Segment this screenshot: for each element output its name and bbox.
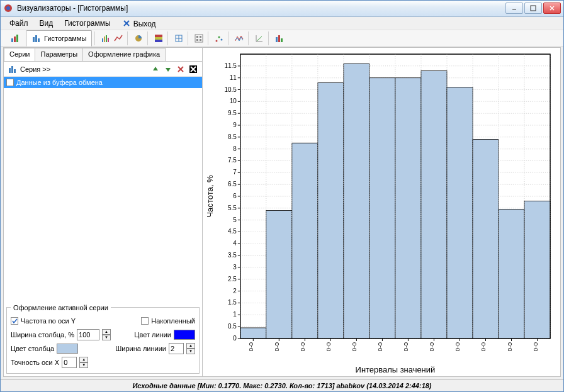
line-width-input[interactable] (169, 343, 184, 354)
svg-rect-37 (278, 35, 280, 42)
svg-rect-13 (38, 38, 40, 42)
maximize-button[interactable] (524, 3, 542, 14)
menu-histograms[interactable]: Гистограммы (59, 18, 115, 29)
toolbar-tab-histograms[interactable]: Гистограммы (26, 30, 92, 47)
svg-text:2: 2 (233, 288, 237, 294)
svg-text:0.5: 0.5 (228, 323, 237, 330)
tool-icon-3[interactable] (132, 32, 145, 45)
svg-text:0-0: 0-0 (273, 342, 280, 352)
separator (188, 31, 190, 45)
separator (228, 31, 230, 45)
tool-icon-9[interactable] (253, 32, 266, 45)
svg-rect-29 (200, 39, 201, 41)
tool-icon-6[interactable] (193, 32, 205, 45)
list-item[interactable]: Данные из буфера обмена (4, 77, 202, 88)
svg-text:3: 3 (233, 264, 237, 271)
line-width-spinner[interactable]: ▲▼ (186, 343, 195, 354)
window-title: Визуализаторы - [Гистограммы] (17, 4, 505, 13)
accum-checkbox[interactable] (141, 317, 149, 325)
x-prec-input[interactable] (62, 357, 77, 368)
tab-params[interactable]: Параметры (35, 48, 83, 61)
svg-rect-9 (14, 36, 16, 42)
svg-rect-142 (524, 201, 550, 339)
app-icon (3, 3, 13, 13)
clear-icon[interactable] (188, 64, 198, 74)
line-color-label: Цвет линии (134, 331, 171, 339)
tab-label: Гистограммы (44, 35, 86, 42)
accum-label: Накопленный (151, 317, 195, 325)
tool-icon-7[interactable] (213, 32, 225, 45)
bar-color-label: Цвет столбца (11, 345, 54, 352)
svg-rect-38 (281, 38, 283, 42)
line-color-swatch[interactable] (174, 330, 195, 340)
svg-rect-134 (421, 71, 447, 339)
svg-rect-8 (11, 38, 13, 42)
svg-text:4: 4 (233, 240, 237, 247)
svg-rect-26 (196, 36, 198, 38)
close-button[interactable] (543, 3, 561, 14)
svg-text:4.5: 4.5 (228, 228, 237, 235)
delete-icon[interactable] (176, 64, 186, 74)
menu-exit[interactable]: Выход (117, 18, 161, 30)
status-text: Исходные данные [Мин: 0.1770. Макс: 0.27… (132, 382, 431, 389)
svg-rect-140 (499, 210, 524, 339)
svg-text:5.5: 5.5 (228, 204, 237, 211)
series-button[interactable]: Серия >> (20, 65, 50, 73)
svg-text:3.5: 3.5 (228, 252, 237, 259)
x-prec-spinner[interactable]: ▲▼ (79, 357, 88, 368)
svg-text:8: 8 (233, 145, 237, 152)
svg-text:9.5: 9.5 (228, 109, 237, 116)
freq-y-checkbox[interactable] (11, 317, 18, 325)
svg-text:0-0: 0-0 (325, 342, 332, 352)
tool-icon-5[interactable] (172, 32, 185, 45)
separator (147, 31, 150, 45)
svg-rect-138 (473, 140, 499, 339)
svg-rect-12 (35, 35, 37, 42)
exit-icon (122, 19, 131, 28)
svg-text:7.5: 7.5 (228, 157, 237, 164)
minimize-button[interactable] (505, 3, 523, 14)
left-pane: Серии Параметры Оформление графика Серия… (4, 48, 203, 376)
statusbar: Исходные данные [Мин: 0.1770. Макс: 0.27… (1, 379, 563, 391)
svg-rect-122 (266, 211, 292, 339)
bar-width-spinner[interactable]: ▲▼ (102, 329, 111, 340)
svg-text:9: 9 (233, 121, 237, 128)
menu-file[interactable]: Файл (4, 18, 33, 29)
svg-text:11: 11 (230, 74, 237, 81)
toolbar-tab-1[interactable] (4, 30, 26, 47)
svg-text:0-0: 0-0 (480, 342, 487, 352)
svg-point-30 (216, 40, 218, 42)
tool-icon-2[interactable] (112, 32, 125, 45)
svg-text:11.5: 11.5 (224, 62, 237, 69)
svg-text:0-0: 0-0 (532, 342, 539, 352)
svg-text:7: 7 (233, 169, 237, 176)
svg-point-32 (221, 39, 223, 41)
tool-icon-8[interactable] (233, 32, 245, 45)
menu-view[interactable]: Вид (35, 18, 59, 29)
svg-rect-132 (395, 78, 421, 339)
bar-width-input[interactable] (77, 329, 99, 340)
svg-line-35 (257, 36, 262, 41)
svg-rect-27 (200, 36, 201, 38)
tab-design[interactable]: Оформление графика (82, 48, 166, 61)
svg-rect-41 (14, 69, 16, 73)
line-width-label: Ширина линиии (115, 345, 166, 352)
svg-text:6: 6 (233, 193, 237, 199)
window-controls (505, 3, 561, 14)
toolbar: Гистограммы (1, 30, 563, 47)
series-toolbar: Серия >> (4, 62, 202, 77)
svg-rect-3 (531, 6, 536, 11)
down-arrow-icon[interactable] (163, 64, 173, 74)
svg-text:5: 5 (233, 216, 237, 223)
tool-icon-10[interactable] (273, 32, 286, 45)
svg-text:0-0: 0-0 (454, 342, 461, 352)
tab-series[interactable]: Серии (4, 48, 35, 61)
tool-icon-1[interactable] (99, 32, 112, 45)
up-arrow-icon[interactable] (150, 64, 161, 74)
series-checkbox[interactable] (6, 79, 14, 86)
bar-width-label: Ширина столбца, % (11, 331, 74, 339)
tool-icon-4[interactable] (152, 32, 165, 45)
bar-color-swatch[interactable] (57, 344, 78, 354)
separator (127, 31, 130, 45)
svg-rect-124 (292, 143, 318, 339)
